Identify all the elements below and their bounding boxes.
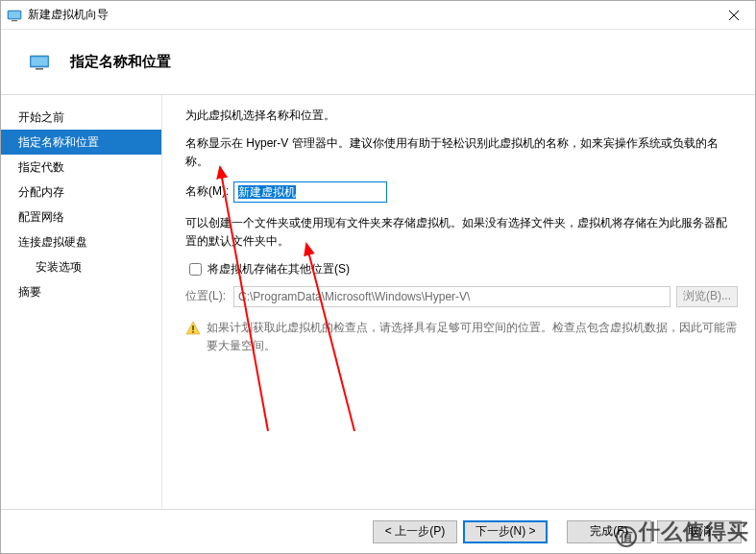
wizard-footer: < 上一步(P) 下一步(N) > 完成(F) 取消 — [1, 509, 755, 553]
svg-rect-1 — [9, 12, 20, 18]
svg-rect-6 — [32, 57, 48, 65]
titlebar: 新建虚拟机向导 — [1, 1, 755, 30]
warning-icon — [185, 321, 201, 336]
warning-text: 如果计划获取此虚拟机的检查点，请选择具有足够可用空间的位置。检查点包含虚拟机数据… — [207, 319, 738, 355]
window-title: 新建虚拟机向导 — [28, 7, 712, 23]
sidebar-item-5[interactable]: 连接虚拟硬盘 — [1, 229, 161, 254]
svg-rect-9 — [192, 325, 194, 330]
location-input — [233, 286, 671, 307]
finish-button[interactable]: 完成(F) — [567, 520, 651, 543]
close-icon — [729, 11, 739, 20]
name-row: 名称(M): 新建虚拟机 — [185, 181, 738, 203]
header-icon — [30, 55, 49, 70]
browse-button: 浏览(B)... — [676, 286, 738, 307]
intro-text-3: 可以创建一个文件夹或使用现有文件夹来存储虚拟机。如果没有选择文件夹，虚拟机将存储… — [185, 214, 738, 251]
svg-rect-7 — [36, 68, 43, 70]
store-other-row: 将虚拟机存储在其他位置(S) — [185, 260, 738, 278]
sidebar-item-3[interactable]: 分配内存 — [1, 180, 161, 205]
sidebar-item-0[interactable]: 开始之前 — [1, 105, 161, 130]
prev-button[interactable]: < 上一步(P) — [373, 520, 457, 543]
intro-text-1: 为此虚拟机选择名称和位置。 — [185, 107, 738, 125]
close-button[interactable] — [712, 1, 755, 30]
app-icon — [7, 8, 22, 23]
next-button[interactable]: 下一步(N) > — [463, 520, 548, 543]
store-other-label: 将虚拟机存储在其他位置(S) — [207, 261, 350, 277]
cancel-button[interactable]: 取消 — [657, 520, 742, 543]
svg-rect-10 — [192, 331, 194, 333]
sidebar-item-4[interactable]: 配置网络 — [1, 205, 161, 229]
name-input[interactable] — [233, 181, 387, 203]
wizard-body: 开始之前指定名称和位置指定代数分配内存配置网络连接虚拟硬盘安装选项摘要 为此虚拟… — [1, 95, 755, 509]
svg-rect-2 — [12, 20, 17, 21]
location-label: 位置(L): — [185, 288, 233, 304]
sidebar-item-1[interactable]: 指定名称和位置 — [1, 130, 161, 155]
location-row: 位置(L): 浏览(B)... — [185, 286, 738, 307]
wizard-window: 新建虚拟机向导 指定名称和位置 开始之前指定名称和位置指定代数分配内存配置网络连… — [0, 0, 756, 554]
sidebar-item-2[interactable]: 指定代数 — [1, 155, 161, 180]
warning-row: 如果计划获取此虚拟机的检查点，请选择具有足够可用空间的位置。检查点包含虚拟机数据… — [185, 319, 738, 355]
page-title: 指定名称和位置 — [70, 53, 171, 71]
wizard-main: 为此虚拟机选择名称和位置。 名称显示在 Hyper-V 管理器中。建议你使用有助… — [162, 95, 755, 509]
store-other-checkbox[interactable] — [189, 263, 202, 276]
intro-text-2: 名称显示在 Hyper-V 管理器中。建议你使用有助于轻松识别此虚拟机的名称，如… — [185, 134, 738, 171]
sidebar-item-6[interactable]: 安装选项 — [1, 254, 161, 279]
name-label: 名称(M): — [185, 183, 233, 200]
sidebar-item-7[interactable]: 摘要 — [1, 279, 161, 304]
wizard-sidebar: 开始之前指定名称和位置指定代数分配内存配置网络连接虚拟硬盘安装选项摘要 — [1, 95, 162, 509]
wizard-header: 指定名称和位置 — [1, 30, 755, 95]
